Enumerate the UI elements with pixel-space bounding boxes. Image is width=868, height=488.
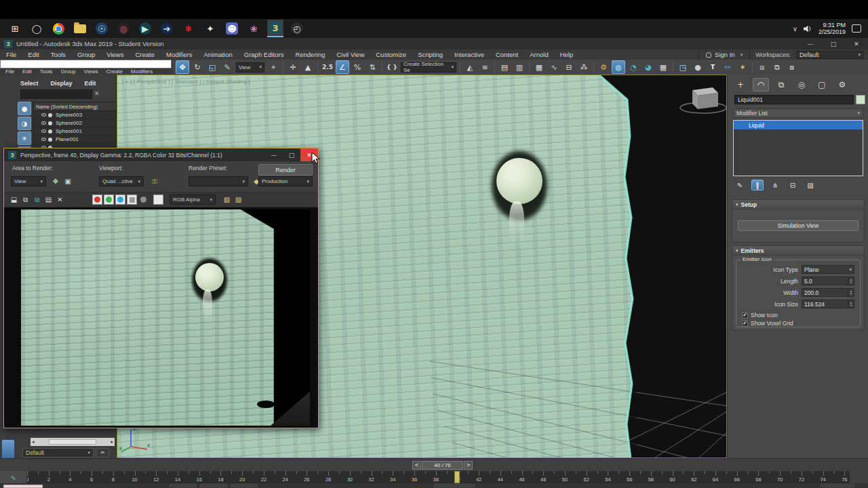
explorer-menu-group[interactable]: Group xyxy=(60,68,75,75)
hierarchy-tab-icon[interactable]: ⧉ xyxy=(773,78,789,92)
tray-chevron-icon[interactable]: ∨ xyxy=(793,25,797,33)
configure-modifier-sets-icon[interactable]: ▨ xyxy=(804,180,816,190)
use-pivot-point-icon[interactable]: ⌖ xyxy=(267,60,280,74)
menu-file[interactable]: File xyxy=(6,51,16,58)
snaps-toggle-icon[interactable]: 2.5 xyxy=(321,60,334,74)
menu-customize[interactable]: Customize xyxy=(376,51,406,58)
render-settings-icon[interactable]: ▧ xyxy=(221,194,233,205)
select-and-move-icon[interactable]: ✥ xyxy=(176,60,189,74)
select-similar-icon[interactable]: ✛ xyxy=(286,60,300,74)
scatter-app-icon[interactable]: ✱ xyxy=(180,20,197,37)
menu-animation[interactable]: Animation xyxy=(204,51,233,58)
eye-icon[interactable] xyxy=(41,121,46,125)
modifier-list-dropdown[interactable]: Modifier List ▾ xyxy=(733,108,863,118)
select-and-rotate-icon[interactable]: ↻ xyxy=(191,60,204,74)
menu-graph-editors[interactable]: Graph Editors xyxy=(244,51,284,58)
menu-create[interactable]: Create xyxy=(135,51,155,58)
simulation-view-button[interactable]: Simulation View xyxy=(738,220,859,231)
environment-effects-icon[interactable]: ▨ xyxy=(233,194,244,205)
stack-item-liquid[interactable]: Liquid xyxy=(734,121,863,129)
explorer-menu-edit[interactable]: Edit xyxy=(85,80,96,87)
menu-group[interactable]: Group xyxy=(77,51,95,58)
maximize-button[interactable]: □ xyxy=(283,148,300,161)
eye-icon[interactable] xyxy=(41,129,46,133)
explorer-menu-views[interactable]: Views xyxy=(84,68,98,75)
mirror-icon[interactable]: ◭ xyxy=(463,60,477,74)
remove-modifier-icon[interactable]: ⊟ xyxy=(787,180,799,190)
explorer-menu-file[interactable]: File xyxy=(5,68,14,75)
timeline-playhead[interactable] xyxy=(454,471,460,483)
red-channel-button[interactable] xyxy=(92,195,102,205)
layer-explorer-icon[interactable]: ▥ xyxy=(513,60,526,74)
close-button[interactable]: ✕ xyxy=(845,41,868,47)
setup-rollout-header[interactable]: ▾ Setup xyxy=(732,200,864,209)
cloth-shirt-icon[interactable]: T xyxy=(706,60,719,74)
schematic-view-icon[interactable]: ⊟ xyxy=(562,60,576,74)
menu-help[interactable]: Help xyxy=(560,51,574,58)
arrow-app-icon[interactable]: ➔ xyxy=(159,20,175,37)
select-and-place-icon[interactable]: ✎ xyxy=(220,60,234,74)
magic-wand-icon[interactable]: ✶ xyxy=(736,60,749,74)
render-grid-icon[interactable]: ▦ xyxy=(656,60,670,74)
menu-scripting[interactable]: Scripting xyxy=(418,51,443,58)
color-swatch-button[interactable] xyxy=(153,195,163,205)
clear-image-icon[interactable]: ✕ xyxy=(54,194,66,205)
cortana-icon[interactable]: ◯ xyxy=(28,20,45,37)
auto-region-icon[interactable]: ✥ xyxy=(50,176,61,186)
print-image-icon[interactable]: ▤ xyxy=(43,194,54,205)
curve-editor-icon[interactable]: ∿ xyxy=(547,60,561,74)
menu-edit[interactable]: Edit xyxy=(28,51,39,58)
show-voxel-grid-checkbox[interactable]: ✔ xyxy=(742,321,748,327)
folder-icon[interactable] xyxy=(72,20,88,37)
create-tab-icon[interactable]: + xyxy=(732,78,749,92)
explorer-menu-select[interactable]: Select xyxy=(20,80,39,87)
monochrome-button[interactable] xyxy=(138,195,149,205)
render-production-icon[interactable]: ◕ xyxy=(642,60,655,74)
alpha-channel-button[interactable] xyxy=(127,195,137,205)
make-unique-icon[interactable]: ⋔ xyxy=(769,180,781,190)
minimize-button[interactable]: — xyxy=(799,41,822,47)
ribbon-icon[interactable]: ▦ xyxy=(532,60,546,74)
maxscript-mini-listener[interactable] xyxy=(3,485,43,488)
explorer-find-input[interactable] xyxy=(0,60,172,68)
menu-tools[interactable]: Tools xyxy=(51,51,66,58)
menu-content[interactable]: Content xyxy=(496,51,518,58)
chrome-icon[interactable] xyxy=(50,20,66,37)
eye-icon[interactable] xyxy=(41,113,46,117)
menu-views[interactable]: Views xyxy=(106,51,123,58)
open-container-icon[interactable]: ◳ xyxy=(676,60,690,74)
menu-rendering[interactable]: Rendering xyxy=(295,51,325,58)
sphere-object[interactable] xyxy=(496,158,542,204)
speaker-icon[interactable] xyxy=(804,25,812,33)
named-selection-field[interactable]: Create Selection Se▾ xyxy=(401,62,456,73)
blue-channel-button[interactable] xyxy=(115,195,125,205)
scrollbar-thumb[interactable] xyxy=(49,439,96,445)
display-shapes-icon[interactable]: ◑ xyxy=(18,117,31,130)
start-icon[interactable]: ⊞ xyxy=(7,20,23,37)
steam-icon[interactable]: ☉ xyxy=(94,20,110,37)
workspaces-dropdown[interactable]: Default ▾ xyxy=(796,51,864,59)
eye-icon[interactable] xyxy=(41,138,46,141)
list-item[interactable]: Sphere002 xyxy=(33,119,116,127)
menu-modifiers[interactable]: Modifiers xyxy=(166,51,193,58)
maximize-button[interactable]: □ xyxy=(822,41,845,47)
green-channel-button[interactable] xyxy=(104,195,114,205)
render-dot-icon[interactable] xyxy=(48,121,52,125)
reference-coordinate-dropdown[interactable]: View▾ xyxy=(236,62,264,73)
timeline-ruler[interactable]: 0246810121416182022242628303234363840424… xyxy=(27,471,850,483)
menu-arnold[interactable]: Arnold xyxy=(530,51,548,58)
copy-image-icon[interactable]: ⧉ xyxy=(20,194,31,205)
state-set-save-icon[interactable]: ⧈ xyxy=(755,60,769,74)
icon-size-spinner[interactable]: 116.524 ▲▼ xyxy=(802,300,854,308)
list-item[interactable]: Sphere001 xyxy=(33,127,116,136)
pin-stack-icon[interactable]: ✎ xyxy=(734,180,746,190)
width-spinner[interactable]: 200.0 ▲▼ xyxy=(802,288,854,297)
modifier-stack[interactable]: Liquid xyxy=(733,120,863,176)
display-tab-icon[interactable]: ▢ xyxy=(814,78,830,92)
state-set-render-icon[interactable]: ⧇ xyxy=(785,60,799,74)
select-and-scale-icon[interactable]: ◱ xyxy=(205,60,219,74)
scene-explorer-search-input[interactable] xyxy=(20,89,92,99)
spinner-arrows-icon[interactable]: ▲▼ xyxy=(848,300,854,308)
render-dot-icon[interactable] xyxy=(48,138,52,142)
viewport-dropdown[interactable]: Quad ...ctive ▾ xyxy=(99,176,144,186)
